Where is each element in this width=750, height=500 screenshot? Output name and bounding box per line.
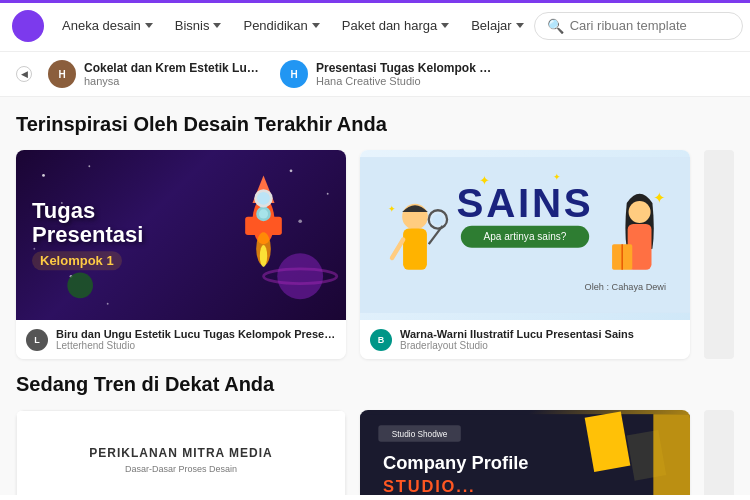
nav-item-pendidikan[interactable]: Pendidikan	[233, 12, 329, 39]
chevron-down-icon	[145, 23, 153, 28]
card-image-space: Tugas Presentasi Kelompok 1	[16, 150, 346, 320]
space-text-block: Tugas Presentasi Kelompok 1	[32, 199, 143, 270]
inspired-cards-row: Tugas Presentasi Kelompok 1 L Biru dan U…	[16, 150, 734, 359]
space-title-line1: Tugas	[32, 199, 143, 223]
card-avatar-1: B	[370, 329, 392, 351]
card-sains[interactable]: ✦ ✦ ✦ ✦ SAINS Apa artinya sains? Oleh : …	[360, 150, 690, 359]
top-navigation: Aneka desain Bisnis Pendidikan Paket dan…	[0, 0, 750, 52]
card-mitra-image: PERIKLANAN MITRA MEDIA Dasar-Dasar Prose…	[16, 410, 346, 495]
svg-text:Oleh : Cahaya Dewi: Oleh : Cahaya Dewi	[585, 282, 666, 292]
tren-cards-row: PERIKLANAN MITRA MEDIA Dasar-Dasar Prose…	[16, 410, 734, 495]
recent-bar: ◀ H Cokelat dan Krem Estetik Lucu Tugas …	[0, 52, 750, 97]
chevron-down-icon	[213, 23, 221, 28]
card-image-sains: ✦ ✦ ✦ ✦ SAINS Apa artinya sains? Oleh : …	[360, 150, 690, 320]
scroll-left-arrow[interactable]: ◀	[16, 66, 32, 82]
section-tren-title: Sedang Tren di Dekat Anda	[16, 373, 734, 396]
svg-text:STUDIO...: STUDIO...	[383, 477, 476, 495]
card-avatar-0: L	[26, 329, 48, 351]
nav-item-paket[interactable]: Paket dan harga	[332, 12, 459, 39]
card-design-title-1: Warna-Warni Ilustratif Lucu Presentasi S…	[400, 328, 634, 340]
recent-item-1[interactable]: H Presentasi Tugas Kelompok Minimalis Es…	[280, 60, 496, 88]
card-design-title-0: Biru dan Ungu Estetik Lucu Tugas Kelompo…	[56, 328, 336, 340]
svg-point-0	[42, 174, 45, 177]
svg-point-18	[259, 209, 268, 218]
card-mitra-media[interactable]: PERIKLANAN MITRA MEDIA Dasar-Dasar Prose…	[16, 410, 346, 495]
card-studio-0: Letterhend Studio	[56, 340, 336, 351]
mitra-title: PERIKLANAN MITRA MEDIA	[89, 446, 273, 460]
card-info-1: B Warna-Warni Ilustratif Lucu Presentasi…	[360, 320, 690, 359]
svg-point-37	[629, 201, 651, 223]
section-inspired-title: Terinspirasi Oleh Desain Terakhir Anda	[16, 113, 734, 136]
svg-point-4	[327, 193, 329, 195]
svg-text:Company Profile: Company Profile	[383, 452, 529, 473]
search-input[interactable]	[570, 18, 730, 33]
section-tren: Sedang Tren di Dekat Anda PERIKLANAN MIT…	[16, 373, 734, 495]
sains-content: ✦ ✦ ✦ ✦ SAINS Apa artinya sains? Oleh : …	[360, 150, 690, 320]
recent-info-0: Cokelat dan Krem Estetik Lucu Tugas Kelo…	[84, 61, 264, 87]
search-bar: 🔍	[534, 12, 743, 40]
nav-label-belajar: Belajar	[471, 18, 511, 33]
nav-label-pendidikan: Pendidikan	[243, 18, 307, 33]
recent-title-1: Presentasi Tugas Kelompok Minimalis Este…	[316, 61, 496, 75]
nav-label-bisnis: Bisnis	[175, 18, 210, 33]
svg-text:Studio Shodwe: Studio Shodwe	[392, 430, 448, 439]
svg-rect-47	[653, 414, 690, 495]
svg-point-11	[67, 273, 93, 299]
nav-item-aneka-desain[interactable]: Aneka desain	[52, 12, 163, 39]
svg-point-1	[88, 165, 90, 167]
company-svg: Studio Shodwe Company Profile STUDIO...	[360, 410, 690, 495]
nav-menu: Aneka desain Bisnis Pendidikan Paket dan…	[52, 12, 534, 39]
recent-avatar-0: H	[48, 60, 76, 88]
nav-item-belajar[interactable]: Belajar	[461, 12, 533, 39]
logo[interactable]	[12, 10, 44, 42]
svg-text:Apa artinya sains?: Apa artinya sains?	[484, 232, 567, 243]
chevron-down-icon	[312, 23, 320, 28]
sains-svg: ✦ ✦ ✦ ✦ SAINS Apa artinya sains? Oleh : …	[360, 150, 690, 320]
main-content: Terinspirasi Oleh Desain Terakhir Anda	[0, 97, 750, 495]
svg-rect-31	[403, 229, 427, 270]
svg-point-16	[260, 245, 267, 267]
svg-point-3	[290, 169, 293, 172]
recent-item-0[interactable]: H Cokelat dan Krem Estetik Lucu Tugas Ke…	[48, 60, 264, 88]
svg-text:✦: ✦	[388, 204, 396, 214]
space-subtitle: Kelompok 1	[32, 252, 122, 271]
svg-point-34	[432, 214, 443, 225]
search-icon: 🔍	[547, 18, 564, 34]
card-studio-1: Braderlayout Studio	[400, 340, 634, 351]
nav-label-paket: Paket dan harga	[342, 18, 437, 33]
chevron-down-icon	[441, 23, 449, 28]
partial-card	[704, 150, 734, 359]
recent-info-1: Presentasi Tugas Kelompok Minimalis Este…	[316, 61, 496, 87]
card-company-profile[interactable]: Studio Shodwe Company Profile STUDIO...	[360, 410, 690, 495]
partial-tren-card	[704, 410, 734, 495]
recent-author-1: Hana Creative Studio	[316, 75, 496, 87]
space-title-line2: Presentasi	[32, 224, 143, 248]
recent-author-0: hanysa	[84, 75, 264, 87]
svg-point-5	[298, 219, 302, 223]
svg-point-8	[107, 303, 109, 305]
card-tugas-presentasi[interactable]: Tugas Presentasi Kelompok 1 L Biru dan U…	[16, 150, 346, 359]
space-content: Tugas Presentasi Kelompok 1	[16, 150, 346, 320]
card-info-0: L Biru dan Ungu Estetik Lucu Tugas Kelom…	[16, 320, 346, 359]
section-inspired: Terinspirasi Oleh Desain Terakhir Anda	[16, 113, 734, 359]
svg-text:SAINS: SAINS	[457, 180, 594, 226]
svg-point-9	[277, 253, 323, 299]
card-text-info-1: Warna-Warni Ilustratif Lucu Presentasi S…	[400, 328, 634, 351]
recent-avatar-1: H	[280, 60, 308, 88]
recent-title-0: Cokelat dan Krem Estetik Lucu Tugas Kelo…	[84, 61, 264, 75]
card-text-info-0: Biru dan Ungu Estetik Lucu Tugas Kelompo…	[56, 328, 336, 351]
nav-item-bisnis[interactable]: Bisnis	[165, 12, 232, 39]
svg-point-20	[257, 192, 270, 205]
card-company-image: Studio Shodwe Company Profile STUDIO...	[360, 410, 690, 495]
nav-label-aneka-desain: Aneka desain	[62, 18, 141, 33]
svg-text:✦: ✦	[653, 190, 666, 206]
mitra-subtitle: Dasar-Dasar Proses Desain	[125, 464, 237, 474]
chevron-down-icon	[516, 23, 524, 28]
